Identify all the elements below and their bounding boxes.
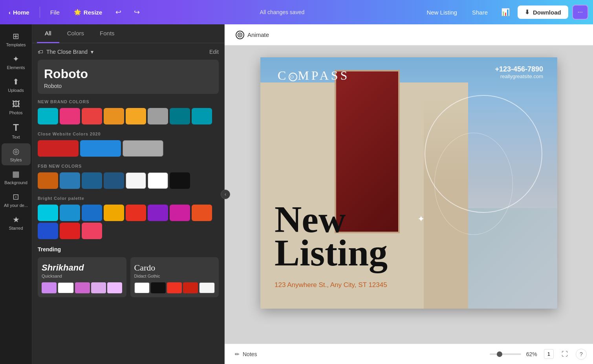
sidebar-item-label: Photos [9, 110, 22, 115]
help-button[interactable]: ? [576, 349, 587, 360]
sidebar-item-templates[interactable]: ⊞ Templates [2, 28, 31, 50]
color-swatch[interactable] [80, 140, 121, 157]
styles-icon: ◎ [13, 146, 19, 156]
font-preview-card[interactable]: Roboto Roboto [38, 60, 219, 94]
color-swatch[interactable] [123, 140, 163, 157]
color-swatch[interactable] [82, 223, 102, 239]
canvas-scroll[interactable]: COMPASS +123-456-7890 reallygreatsite.co… [225, 46, 593, 344]
color-swatch[interactable] [82, 108, 102, 124]
brand-name-button[interactable]: 🏷 The Close Brand ▾ [38, 49, 93, 55]
trending-card-cardo[interactable]: Cardo Didact Gothic [130, 257, 219, 297]
color-swatch[interactable] [60, 223, 80, 239]
color-swatch[interactable] [60, 205, 80, 221]
trending-section: Trending Shrikhand Quicksand [38, 246, 219, 297]
color-swatch[interactable] [126, 205, 146, 221]
zoom-slider[interactable] [490, 353, 521, 355]
svg-point-1 [239, 34, 241, 36]
undo-button[interactable]: ↩ [112, 5, 124, 19]
panel-content: 🏷 The Close Brand ▾ Edit Roboto Roboto N… [32, 43, 224, 364]
design-canvas: COMPASS +123-456-7890 reallygreatsite.co… [260, 57, 557, 309]
page-number-button[interactable]: 1 [544, 349, 554, 359]
color-swatch[interactable] [38, 205, 58, 221]
color-swatch[interactable] [192, 205, 212, 221]
zoom-percentage: 62% [524, 351, 539, 357]
all-designs-icon: ⊡ [13, 192, 19, 201]
home-label: Home [13, 9, 29, 16]
color-swatch [107, 282, 122, 293]
sidebar-item-label: Background [4, 180, 27, 185]
canvas-title-line2: Listing [275, 236, 388, 269]
tab-all[interactable]: All [37, 24, 59, 43]
color-swatch [42, 282, 57, 293]
color-swatch [91, 282, 106, 293]
panel-wrapper: All Colors Fonts 🏷 The Close Brand ▾ Edi… [32, 24, 225, 364]
color-swatch[interactable] [148, 172, 168, 189]
home-button[interactable]: ‹ Home [5, 7, 33, 18]
sidebar-item-text[interactable]: T Text [2, 119, 31, 143]
color-section-title: Close Website Colors 2020 [38, 132, 219, 136]
color-swatch[interactable] [38, 223, 58, 239]
color-swatch[interactable] [38, 140, 79, 157]
canvas-website: reallygreatsite.com [495, 73, 543, 79]
uploads-icon: ⬆ [13, 77, 19, 86]
sidebar-item-elements[interactable]: ✦ Elements [2, 51, 31, 73]
canvas-title-line1: New [275, 203, 388, 236]
tab-colors[interactable]: Colors [59, 24, 92, 43]
sidebar-item-photos[interactable]: 🖼 Photos [2, 97, 31, 118]
color-swatch[interactable] [126, 108, 146, 124]
canvas-title-text: New Listing [275, 203, 388, 269]
redo-button[interactable]: ↪ [131, 5, 143, 19]
tab-fonts[interactable]: Fonts [92, 24, 123, 43]
color-swatch[interactable] [60, 108, 80, 124]
templates-icon: ⊞ [13, 31, 19, 41]
trending-grid: Shrikhand Quicksand [38, 257, 219, 297]
sidebar-item-starred[interactable]: ★ Starred [2, 212, 31, 234]
sidebar-item-uploads[interactable]: ⬆ Uploads [2, 74, 31, 96]
color-swatch [199, 282, 215, 293]
color-swatch[interactable] [38, 108, 58, 124]
color-swatch [167, 282, 182, 293]
download-button[interactable]: ⬇ Download [518, 5, 568, 19]
resize-button[interactable]: 🌟 Resize [70, 6, 106, 18]
sidebar-item-styles[interactable]: ◎ Styles [2, 143, 31, 165]
bright-colors-section: Bright Color palette [38, 196, 219, 239]
header-divider [40, 7, 40, 18]
file-menu[interactable]: File [46, 7, 64, 18]
color-swatch[interactable] [104, 205, 124, 221]
animate-button[interactable]: Animate [232, 28, 273, 42]
color-swatch[interactable] [170, 172, 190, 189]
sidebar-item-all-designs[interactable]: ⊡ All your de... [2, 189, 31, 211]
color-swatch[interactable] [148, 108, 168, 124]
sparkle-icon: ✦ [417, 214, 425, 224]
color-swatch [134, 282, 150, 293]
notes-button[interactable]: ✏ Notes [231, 349, 261, 360]
color-swatch[interactable] [82, 205, 102, 221]
new-listing-button[interactable]: New Listing [421, 6, 463, 19]
chart-button[interactable]: 📊 [497, 5, 514, 20]
color-section-title: Bright Color palette [38, 196, 219, 201]
panel-collapse-button[interactable]: ‹ [221, 190, 230, 199]
fullscreen-button[interactable]: ⛶ [558, 349, 571, 359]
canvas-address: 123 Anywhere St., Any City, ST 12345 [275, 281, 387, 289]
color-swatch[interactable] [60, 172, 80, 189]
color-swatch[interactable] [126, 172, 146, 189]
icon-sidebar: ⊞ Templates ✦ Elements ⬆ Uploads 🖼 Photo… [0, 24, 32, 364]
trending-font-large: Shrikhand [42, 263, 123, 273]
trending-card-shrikhand[interactable]: Shrikhand Quicksand [38, 257, 126, 297]
color-swatch[interactable] [148, 205, 168, 221]
color-swatch[interactable] [82, 172, 102, 189]
sidebar-item-label: All your de... [4, 203, 28, 208]
share-button[interactable]: Share [467, 6, 493, 19]
sidebar-item-label: Styles [10, 157, 22, 162]
sidebar-item-background[interactable]: ▦ Background [2, 166, 31, 188]
edit-brand-button[interactable]: Edit [209, 49, 219, 55]
color-swatch[interactable] [170, 205, 190, 221]
color-swatch[interactable] [38, 172, 58, 189]
color-swatch[interactable] [104, 108, 124, 124]
text-icon: T [13, 122, 19, 133]
fsb-color-row [38, 172, 219, 189]
color-swatch[interactable] [104, 172, 124, 189]
more-button[interactable]: ··· [572, 5, 588, 20]
color-swatch[interactable] [192, 108, 212, 124]
color-swatch[interactable] [170, 108, 190, 124]
